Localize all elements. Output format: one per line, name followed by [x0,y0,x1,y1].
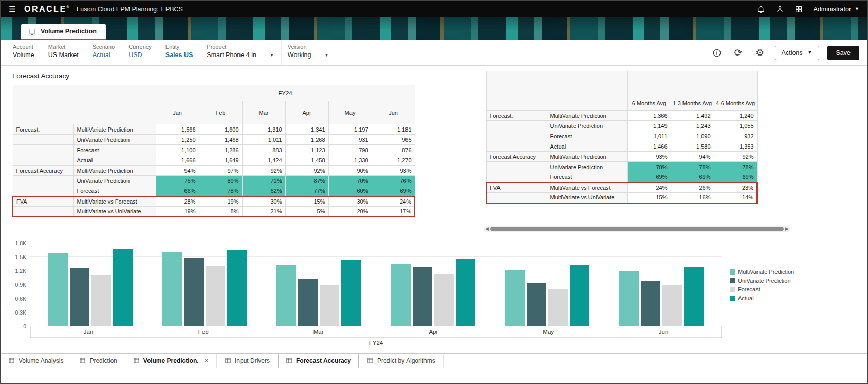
row-member-label[interactable]: Actual [73,155,156,166]
data-cell[interactable]: 24% [372,196,415,207]
row-member-label[interactable]: MultiVariate vs UniVariate [547,193,627,203]
bar-forecast-jan[interactable] [91,275,111,325]
data-cell[interactable]: 15% [627,193,671,203]
bar-actual-jan[interactable] [113,249,133,326]
refresh-icon[interactable]: ⟳ [732,46,745,60]
scroll-left-arrow-icon[interactable]: ◀ [485,227,489,231]
apps-grid-icon[interactable] [795,5,803,13]
data-cell[interactable]: 70% [328,176,372,186]
data-cell[interactable]: 5% [285,207,328,217]
accessibility-person-icon[interactable] [775,5,784,13]
pov-dimension-account[interactable]: AccountVolume [1,40,42,65]
row-member-label[interactable]: MultiVariate Prediction [73,166,156,176]
bar-forecast-apr[interactable] [434,274,454,325]
bar-actual-feb[interactable] [227,250,247,325]
data-cell[interactable]: 93% [627,152,671,162]
data-cell[interactable]: 1,566 [156,124,199,135]
data-cell[interactable]: 1,055 [714,121,757,131]
data-cell[interactable]: 965 [372,135,415,145]
grid-column-header-6-months-avg[interactable]: 6 Months Avg [627,96,671,111]
user-menu[interactable]: Administrator ▼ [813,6,859,13]
row-member-label[interactable]: MultiVariate vs Forecast [547,182,627,193]
pov-dimension-value[interactable]: US Market [48,51,79,59]
data-cell[interactable]: 75% [156,176,199,186]
data-cell[interactable]: 71% [242,176,285,186]
data-cell[interactable]: 97% [199,166,242,176]
data-cell[interactable]: 1,330 [328,155,372,166]
data-cell[interactable]: 94% [671,152,714,162]
dropdown-caret-icon[interactable]: ▼ [324,53,328,58]
data-cell[interactable]: 1,424 [242,155,285,166]
bar-multivariate-prediction-may[interactable] [505,270,525,325]
bar-actual-apr[interactable] [456,259,475,325]
data-cell[interactable]: 69% [627,172,671,182]
data-cell[interactable]: 89% [199,176,242,186]
info-icon[interactable] [710,46,724,60]
data-cell[interactable]: 1,600 [199,124,242,135]
data-cell[interactable]: 1,366 [627,111,671,121]
data-cell[interactable]: 78% [714,162,757,172]
bar-univariate-prediction-feb[interactable] [184,258,204,325]
data-cell[interactable]: 19% [199,196,242,207]
data-cell[interactable]: 78% [671,162,714,172]
bottom-tab-volume-analysis[interactable]: Volume Analysis [1,354,71,368]
dropdown-caret-icon[interactable]: ▼ [270,53,274,58]
grid-column-header-feb[interactable]: Feb [199,101,242,124]
pov-dimension-currency[interactable]: CurrencyUSD [122,40,159,65]
data-cell[interactable]: 28% [156,196,199,207]
data-cell[interactable]: 1,286 [199,145,242,155]
pov-dimension-value[interactable]: USD [128,51,142,59]
grid-column-header-1-3-months-avg[interactable]: 1-3 Months Avg [671,96,714,111]
data-cell[interactable]: 876 [372,145,415,155]
row-member-label[interactable]: MultiVariate vs Forecast [73,196,156,207]
bar-multivariate-prediction-feb[interactable] [162,252,182,325]
row-member-label[interactable]: UniVariate Prediction [547,121,627,131]
data-cell[interactable]: 62% [242,186,285,196]
grid-column-header-4-6-months-avg[interactable]: 4-6 Months Avg [714,96,757,111]
data-cell[interactable]: 1,270 [372,155,415,166]
data-cell[interactable]: 92% [242,166,285,176]
bar-univariate-prediction-may[interactable] [527,283,546,325]
grid-column-header-jun[interactable]: Jun [372,101,415,124]
row-member-label[interactable]: UniVariate Prediction [73,135,156,145]
data-cell[interactable]: 931 [328,135,372,145]
grid-column-header-may[interactable]: May [328,101,372,124]
pov-dimension-value[interactable]: Volume [13,51,34,59]
data-cell[interactable]: 1,250 [156,135,199,145]
bar-univariate-prediction-apr[interactable] [413,267,432,325]
bar-multivariate-prediction-jan[interactable] [48,253,68,325]
bottom-tab-predict-by-algorithms[interactable]: Predict by Algorithms [359,354,444,368]
pov-dimension-entity[interactable]: EntitySales US [159,40,201,65]
data-cell[interactable]: 1,458 [285,155,328,166]
bar-actual-jun[interactable] [684,267,704,326]
pov-dimension-value[interactable]: Sales US [165,51,193,59]
grid-column-header-apr[interactable]: Apr [285,101,328,124]
data-cell[interactable]: 92% [714,152,757,162]
data-cell[interactable]: 883 [242,145,285,155]
pov-dimension-version[interactable]: VersionWorking▼ [282,40,337,65]
data-cell[interactable]: 1,090 [671,131,714,141]
data-cell[interactable]: 20% [328,207,372,217]
data-cell[interactable]: 60% [328,186,372,196]
data-cell[interactable]: 69% [671,172,714,182]
data-cell[interactable]: 24% [627,182,671,193]
row-member-label[interactable]: Forecast [547,131,627,141]
data-cell[interactable]: 1,011 [242,135,285,145]
data-cell[interactable]: 23% [714,182,757,193]
actions-button[interactable]: Actions ▼ [775,46,819,60]
legend-item-forecast[interactable]: Forecast [730,286,794,292]
bar-multivariate-prediction-jun[interactable] [619,271,639,326]
settings-gear-icon[interactable]: ⚙ [753,46,767,60]
bar-univariate-prediction-jan[interactable] [70,268,89,326]
data-cell[interactable]: 87% [285,176,328,186]
data-cell[interactable]: 66% [156,186,199,196]
legend-item-multivariate-prediction[interactable]: MultiVariate Prediction [730,269,794,275]
data-cell[interactable]: 1,492 [671,111,714,121]
grid-column-header-mar[interactable]: Mar [242,101,285,124]
data-cell[interactable]: 1,666 [156,155,199,166]
data-cell[interactable]: 26% [671,182,714,193]
data-cell[interactable]: 94% [156,166,199,176]
grid-year-header[interactable]: FY24 [156,85,415,101]
row-member-label[interactable]: MultiVariate Prediction [73,124,156,135]
data-cell[interactable]: 1,468 [199,135,242,145]
